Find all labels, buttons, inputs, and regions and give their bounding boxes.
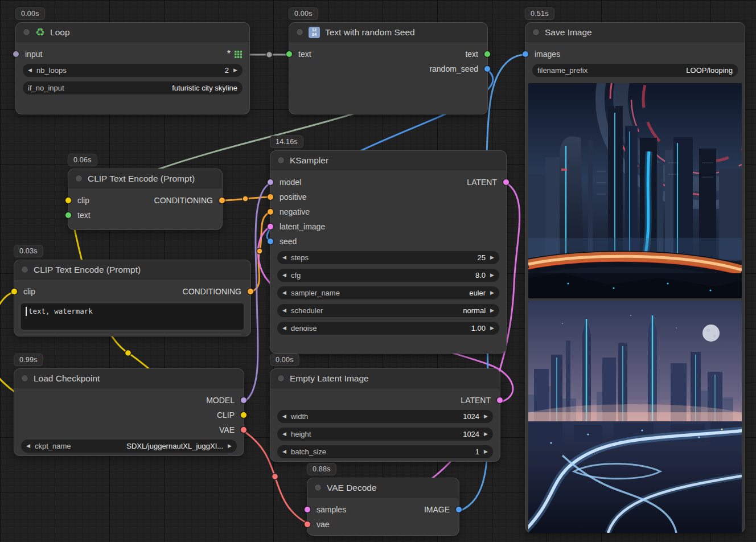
collapse-dot[interactable] [532,28,540,36]
collapse-dot[interactable] [21,266,28,273]
decrement-arrow-icon[interactable]: ◀ [26,444,30,449]
node-clip-text-encode-negative[interactable]: 0.03s CLIP Text Encode (Prompt) clip CON… [14,260,250,336]
node-ksampler[interactable]: 14.16s KSampler model LATENT positive ne… [270,151,506,353]
reroute-dot[interactable] [272,474,278,480]
node-empty-latent-titlebar[interactable]: Empty Latent Image [270,369,500,388]
output-slot-latent[interactable] [503,179,509,185]
input-slot-clip[interactable] [65,198,71,203]
widget-cfg[interactable]: ◀ cfg 8.0 ▶ [277,269,499,282]
input-slot-negative[interactable] [268,209,273,215]
slot-row: latent_image [270,219,506,234]
increment-arrow-icon[interactable]: ▶ [228,444,232,449]
widget-value: LOOP/looping [686,66,733,75]
increment-arrow-icon[interactable]: ▶ [484,449,488,454]
input-slot-text[interactable] [286,51,292,57]
output-slot-conditioning[interactable] [248,289,253,294]
widget-denoise[interactable]: ◀ denoise 1.00 ▶ [277,322,499,335]
decrement-arrow-icon[interactable]: ◀ [282,414,286,419]
node-clip-text-encode-positive[interactable]: 0.06s CLIP Text Encode (Prompt) clip CON… [68,169,222,229]
grid-output-icon[interactable] [235,51,242,58]
generated-cityscape-image-2 [528,301,742,533]
output-slot-vae[interactable] [241,427,246,433]
input-slot-latent-image[interactable] [268,224,273,229]
node-checkpoint-titlebar[interactable]: Load Checkpoint [14,369,244,388]
node-loop-titlebar[interactable]: ♻ Loop [16,23,249,42]
collapse-dot[interactable] [314,484,322,491]
node-text-seed-titlebar[interactable]: 12 34 Text with random Seed [289,23,487,42]
input-slot-input[interactable] [13,51,19,57]
widget-height[interactable]: ◀ height 1024 ▶ [277,428,493,441]
node-vae-decode-titlebar[interactable]: VAE Decode [307,478,459,498]
node-clip-negative-titlebar[interactable]: CLIP Text Encode (Prompt) [14,260,250,280]
increment-arrow-icon[interactable]: ▶ [490,290,494,295]
output-slot-latent[interactable] [497,397,503,403]
collapse-dot[interactable] [296,28,303,36]
increment-arrow-icon[interactable]: ▶ [484,432,488,437]
node-loop[interactable]: 0.00s ♻ Loop input * ◀ nb_loops 2 ▶ if_n… [16,23,249,114]
node-save-image[interactable]: 0.51s Save Image images filename_prefix … [525,23,745,532]
widget-ckpt-name[interactable]: ◀ ckpt_name SDXL/juggernautXL_juggXI... … [21,440,237,453]
output-slot-model[interactable] [241,397,246,403]
reroute-dot[interactable] [125,350,132,356]
widget-value: normal [463,306,486,315]
output-slot-clip[interactable] [241,412,246,418]
slot-row: images [525,47,745,61]
increment-arrow-icon[interactable]: ▶ [490,308,494,313]
widget-nb-loops[interactable]: ◀ nb_loops 2 ▶ [23,64,243,77]
node-ksampler-titlebar[interactable]: KSampler [270,151,506,170]
collapse-dot[interactable] [75,175,83,182]
increment-arrow-icon[interactable]: ▶ [490,326,494,331]
collapse-dot[interactable] [23,28,30,36]
decrement-arrow-icon[interactable]: ◀ [282,290,286,295]
input-slot-clip[interactable] [11,289,17,294]
decrement-arrow-icon[interactable]: ◀ [28,68,32,73]
increment-arrow-icon[interactable]: ▶ [233,68,237,73]
output-slot-image[interactable] [456,507,462,512]
widget-scheduler[interactable]: ◀ scheduler normal ▶ [277,304,499,317]
input-slot-model[interactable] [268,179,273,185]
input-slot-seed[interactable] [268,239,273,244]
collapse-dot[interactable] [277,157,285,164]
wire-positive-conditioning [222,197,271,200]
collapse-dot[interactable] [277,375,285,382]
node-text-with-random-seed[interactable]: 0.00s 12 34 Text with random Seed text t… [289,23,487,114]
decrement-arrow-icon[interactable]: ◀ [282,308,286,313]
input-slot-samples[interactable] [305,507,310,512]
reroute-dot[interactable] [266,52,273,58]
output-slot-conditioning[interactable] [219,198,225,203]
node-vae-decode[interactable]: 0.88s VAE Decode samples IMAGE vae [307,478,459,535]
node-graph-canvas[interactable]: { "palette": { "any_wire": "#9a9a9a", "t… [0,0,756,542]
increment-arrow-icon[interactable]: ▶ [484,414,488,419]
node-clip-positive-titlebar[interactable]: CLIP Text Encode (Prompt) [68,169,222,188]
input-slot-images[interactable] [523,51,528,57]
collapse-dot[interactable] [21,375,28,382]
widget-sampler-name[interactable]: ◀ sampler_name euler ▶ [277,286,499,299]
decrement-arrow-icon[interactable]: ◀ [282,326,286,331]
decrement-arrow-icon[interactable]: ◀ [282,255,286,260]
widget-if-no-input[interactable]: if_no_input futuristic city skyline [23,81,243,95]
reroute-dot[interactable] [243,196,248,202]
decrement-arrow-icon[interactable]: ◀ [282,449,286,454]
slot-row: vae [307,517,459,532]
decrement-arrow-icon[interactable]: ◀ [282,273,286,278]
decrement-arrow-icon[interactable]: ◀ [282,432,286,437]
increment-arrow-icon[interactable]: ▶ [490,255,494,260]
widget-width[interactable]: ◀ width 1024 ▶ [277,410,493,423]
widget-batch-size[interactable]: ◀ batch_size 1 ▶ [277,445,493,458]
node-title: Save Image [545,27,592,38]
execution-time-badge: 0.00s [270,354,299,366]
prompt-text-area[interactable]: text, watermark [21,303,244,330]
node-save-image-titlebar[interactable]: Save Image [525,23,745,42]
node-empty-latent-image[interactable]: 0.00s Empty Latent Image LATENT ◀ width … [270,369,500,461]
node-load-checkpoint[interactable]: 0.99s Load Checkpoint MODEL CLIP VAE ◀ c… [14,369,244,455]
output-slot-text[interactable] [484,51,490,57]
output-slot-random-seed[interactable] [484,66,490,72]
widget-steps[interactable]: ◀ steps 25 ▶ [277,251,499,264]
reroute-dot[interactable] [257,248,262,254]
input-slot-text[interactable] [65,212,71,218]
input-slot-positive[interactable] [268,194,273,200]
slot-label: CLIP [217,410,235,420]
input-slot-vae[interactable] [305,522,310,527]
increment-arrow-icon[interactable]: ▶ [490,273,494,278]
widget-filename-prefix[interactable]: filename_prefix LOOP/looping [532,64,738,77]
